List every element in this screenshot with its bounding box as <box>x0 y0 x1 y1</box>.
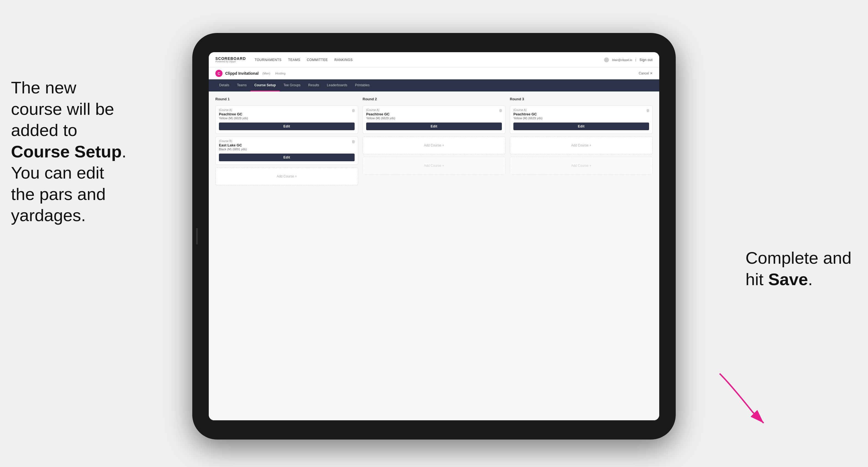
tab-details[interactable]: Details <box>215 80 233 91</box>
tab-teams[interactable]: Teams <box>233 80 250 91</box>
sign-out-link[interactable]: Sign out <box>640 58 653 62</box>
avatar <box>604 57 609 62</box>
top-nav: SCOREBOARD Powered by clippd TOURNAMENTS… <box>209 52 659 68</box>
round-1-course-a-name: Peachtree GC <box>219 112 354 116</box>
round-2-add-course-label: Add Course + <box>424 144 444 147</box>
round-1-course-b-name: East Lake GC <box>219 143 354 147</box>
round-2-course-a-label: (Course A) <box>366 108 502 112</box>
user-email: blair@clippd.io <box>612 58 632 62</box>
nav-left: SCOREBOARD Powered by clippd TOURNAMENTS… <box>215 57 353 63</box>
round-2-column: Round 2 🗑 (Course A) Peachtree GC Yellow… <box>363 97 505 185</box>
round-3-course-a-details: Yellow (M) (6629 yds) <box>514 117 649 120</box>
round-3-column: Round 3 🗑 (Course A) Peachtree GC Yellow… <box>510 97 653 185</box>
scoreboard-logo: SCOREBOARD Powered by clippd <box>215 57 246 63</box>
round-1-course-a-card: 🗑 (Course A) Peachtree GC Yellow (M) (66… <box>215 105 358 134</box>
round-1-course-b-edit-button[interactable]: Edit <box>219 154 354 161</box>
round-1-course-b-delete-icon[interactable]: 🗑 <box>351 139 356 144</box>
tournament-gender: (Men) <box>262 72 270 75</box>
right-arrow-icon <box>703 368 780 429</box>
round-3-course-a-delete-icon[interactable]: 🗑 <box>645 108 650 113</box>
rounds-container: Round 1 🗑 (Course A) Peachtree GC Yellow… <box>215 97 653 185</box>
logo-title: SCOREBOARD <box>215 57 246 60</box>
nav-teams[interactable]: TEAMS <box>288 58 300 62</box>
round-2-course-a-name: Peachtree GC <box>366 112 502 116</box>
cancel-button[interactable]: Cancel ✕ <box>639 71 653 75</box>
round-1-add-course-button[interactable]: Add Course + <box>215 167 358 185</box>
round-2-title: Round 2 <box>363 97 505 101</box>
round-3-course-a-label: (Course A) <box>514 108 649 112</box>
round-3-add-course-disabled-label: Add Course + <box>571 164 591 167</box>
tablet-frame: SCOREBOARD Powered by clippd TOURNAMENTS… <box>192 33 676 439</box>
tab-printables[interactable]: Printables <box>351 80 373 91</box>
round-2-course-a-delete-icon[interactable]: 🗑 <box>498 108 503 113</box>
round-3-course-a-card: 🗑 (Course A) Peachtree GC Yellow (M) (66… <box>510 105 653 134</box>
round-2-course-a-card: 🗑 (Course A) Peachtree GC Yellow (M) (66… <box>363 105 505 134</box>
round-1-course-a-edit-button[interactable]: Edit <box>219 123 354 130</box>
annotation-text: The newcourse will beadded toCourse Setu… <box>11 78 126 225</box>
hosting-badge: Hosting <box>275 72 285 75</box>
tournament-info: C Clippd Invitational (Men) Hosting <box>215 70 285 77</box>
nav-committee[interactable]: COMMITTEE <box>307 58 328 62</box>
left-annotation: The newcourse will beadded toCourse Setu… <box>11 77 126 226</box>
tablet-screen: SCOREBOARD Powered by clippd TOURNAMENTS… <box>209 52 659 420</box>
round-1-course-a-label: (Course A) <box>219 108 354 112</box>
tab-leaderboards[interactable]: Leaderboards <box>323 80 351 91</box>
tournament-logo: C <box>215 70 222 77</box>
tablet-side-button <box>196 228 198 245</box>
nav-separator: | <box>636 58 636 62</box>
nav-rankings[interactable]: RANKINGS <box>334 58 353 62</box>
right-annotation: Complete andhit Save. <box>745 247 851 290</box>
round-1-course-b-card: 🗑 (Course B) East Lake GC Black (M) (689… <box>215 136 358 165</box>
round-3-title: Round 3 <box>510 97 653 101</box>
round-3-add-course-button[interactable]: Add Course + <box>510 136 653 154</box>
nav-links: TOURNAMENTS TEAMS COMMITTEE RANKINGS <box>255 58 353 62</box>
round-3-add-course-disabled: Add Course + <box>510 157 653 175</box>
logo-subtitle: Powered by clippd <box>215 60 246 63</box>
round-1-course-a-details: Yellow (M) (6629 yds) <box>219 117 354 120</box>
tournament-header: C Clippd Invitational (Men) Hosting Canc… <box>209 68 659 80</box>
nav-tournaments[interactable]: TOURNAMENTS <box>255 58 282 62</box>
round-2-add-course-disabled-label: Add Course + <box>424 164 444 167</box>
round-1-column: Round 1 🗑 (Course A) Peachtree GC Yellow… <box>215 97 358 185</box>
round-3-course-a-name: Peachtree GC <box>514 112 649 116</box>
annotation-text-right: Complete andhit Save. <box>745 248 851 289</box>
tournament-name: Clippd Invitational <box>225 71 258 75</box>
main-content: Round 1 🗑 (Course A) Peachtree GC Yellow… <box>209 91 659 420</box>
round-1-add-course-label: Add Course + <box>277 175 297 178</box>
round-3-add-course-label: Add Course + <box>571 144 591 147</box>
round-3-course-a-edit-button[interactable]: Edit <box>514 123 649 130</box>
round-1-course-b-details: Black (M) (6891 yds) <box>219 148 354 151</box>
round-2-course-a-edit-button[interactable]: Edit <box>366 123 502 130</box>
tab-tee-groups[interactable]: Tee Groups <box>280 80 304 91</box>
tabs-bar: Details Teams Course Setup Tee Groups Re… <box>209 80 659 91</box>
nav-right: blair@clippd.io | Sign out <box>604 57 653 62</box>
round-2-course-a-details: Yellow (M) (6629 yds) <box>366 117 502 120</box>
round-2-add-course-button[interactable]: Add Course + <box>363 136 505 154</box>
round-1-title: Round 1 <box>215 97 358 101</box>
round-1-course-b-label: (Course B) <box>219 139 354 143</box>
round-2-add-course-disabled: Add Course + <box>363 157 505 175</box>
tab-results[interactable]: Results <box>304 80 323 91</box>
round-1-course-a-delete-icon[interactable]: 🗑 <box>351 108 356 113</box>
tab-course-setup[interactable]: Course Setup <box>250 80 280 91</box>
